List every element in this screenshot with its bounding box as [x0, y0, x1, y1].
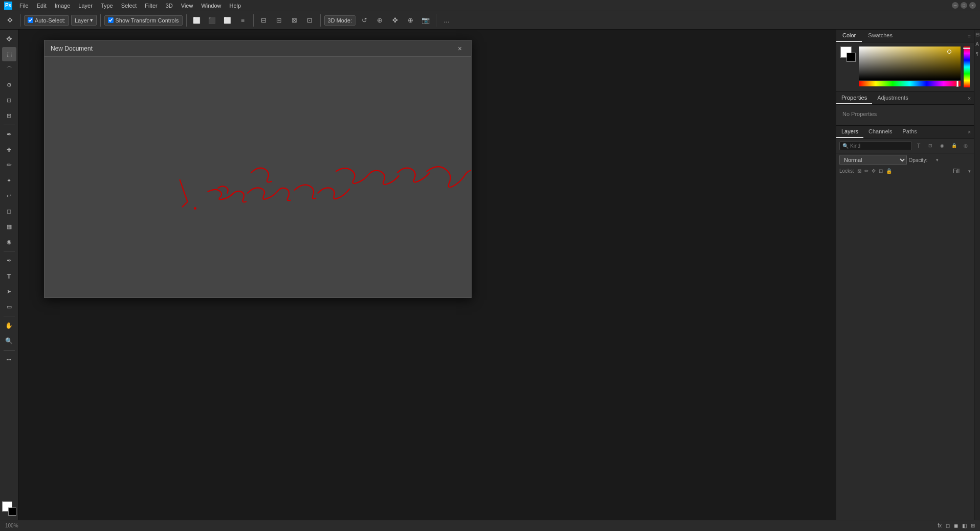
layers-filter-icon4[interactable]: 🔒 [949, 141, 959, 151]
3d-rotate-icon[interactable]: ↺ [358, 14, 371, 27]
fill-dropdown-icon[interactable]: ▾ [968, 169, 971, 174]
more-tools-button[interactable]: ••• [2, 353, 16, 367]
tab-color[interactable]: Color [836, 30, 862, 42]
auto-select-checkbox[interactable]: Auto-Select: [24, 15, 69, 26]
align-bottom-icon[interactable]: ≡ [236, 14, 250, 27]
align-center-v-icon[interactable]: ⬛ [206, 14, 219, 27]
menu-window[interactable]: Window [197, 2, 225, 10]
menu-3d[interactable]: 3D [162, 2, 177, 10]
tab-paths[interactable]: Paths [898, 126, 922, 138]
distribute-v-icon[interactable]: ⊞ [273, 14, 286, 27]
3d-orbit-icon[interactable]: ✤ [388, 14, 402, 27]
close-button[interactable]: × [969, 2, 976, 9]
hue-bar[interactable] [859, 81, 961, 86]
panel-icon-char[interactable]: ¶ [976, 51, 978, 56]
distribute-icon4[interactable]: ⊡ [303, 14, 317, 27]
3d-camera-icon[interactable]: 📷 [419, 14, 432, 27]
tab-adjustments[interactable]: Adjustments [872, 92, 914, 104]
healing-tool[interactable]: ✚ [2, 143, 16, 157]
auto-select-input[interactable] [28, 17, 33, 23]
minimize-button[interactable]: ─ [952, 2, 959, 9]
lasso-tool[interactable]: ⌒ [2, 62, 16, 77]
layers-filter-toggle[interactable]: ◎ [961, 141, 971, 151]
status-fx-button[interactable]: fx [938, 523, 942, 528]
panel-icon-color[interactable]: ⊟ [975, 32, 979, 37]
dodge-tool[interactable]: ◉ [2, 235, 16, 249]
eyedropper-tool[interactable]: ✒ [2, 127, 16, 142]
align-left-icon[interactable]: ⬜ [190, 14, 204, 27]
show-transform-checkbox[interactable]: Show Transform Controls [104, 15, 182, 26]
clone-tool[interactable]: ✦ [2, 173, 16, 188]
lock-image-icon[interactable]: ✏ [864, 168, 868, 174]
status-icon4[interactable]: ⊞ [971, 523, 975, 528]
gradient-box[interactable] [859, 47, 961, 80]
layers-filter-icon3[interactable]: ◉ [937, 141, 947, 151]
distribute-h-icon[interactable]: ⊟ [257, 14, 271, 27]
marquee-tool[interactable]: ⬚ [2, 47, 16, 61]
perspective-tool[interactable]: ⊞ [2, 108, 16, 123]
blend-mode-select[interactable]: Normal Dissolve Multiply Screen Overlay [839, 155, 907, 165]
quick-select-tool[interactable]: ⚙ [2, 78, 16, 92]
text-tool[interactable]: T [2, 269, 16, 283]
menu-layer[interactable]: Layer [74, 2, 97, 10]
align-right-icon[interactable]: ⬜ [221, 14, 234, 27]
lock-artboard-icon[interactable]: ⊡ [879, 168, 883, 174]
3d-move-icon[interactable]: ⊕ [404, 14, 417, 27]
menu-filter[interactable]: Filter [141, 2, 161, 10]
panel-icon-text[interactable]: A [975, 41, 979, 47]
panel-collapse-icon[interactable]: ≡ [968, 33, 971, 39]
3d-pan-icon[interactable]: ⊕ [373, 14, 386, 27]
brush-tool[interactable]: ✏ [2, 158, 16, 172]
lock-position-icon[interactable]: ✥ [872, 168, 876, 174]
menu-select[interactable]: Select [117, 2, 141, 10]
shape-tool[interactable]: ▭ [2, 299, 16, 314]
tab-layers[interactable]: Layers [836, 126, 863, 138]
hue-cursor[interactable] [956, 81, 959, 87]
menu-image[interactable]: Image [51, 2, 75, 10]
layer-dropdown[interactable]: Layer ▾ [71, 15, 97, 26]
menu-view[interactable]: View [177, 2, 197, 10]
crop-tool[interactable]: ⊡ [2, 93, 16, 107]
zoom-tool[interactable]: 🔍 [2, 334, 16, 348]
status-icon2[interactable]: ◼ [954, 523, 958, 528]
opacity-slider[interactable]: ▾ [936, 157, 939, 163]
menu-help[interactable]: Help [226, 2, 246, 10]
restore-button[interactable]: □ [961, 2, 967, 9]
hand-tool[interactable]: ✋ [2, 318, 16, 333]
distribute-icon3[interactable]: ⊠ [288, 14, 301, 27]
properties-panel-close[interactable]: × [968, 92, 974, 104]
color-fg-bg[interactable] [2, 501, 16, 516]
path-select-tool[interactable]: ➤ [2, 284, 16, 298]
dialog-close-button[interactable]: × [455, 43, 465, 54]
pen-tool[interactable]: ✒ [2, 253, 16, 268]
tab-properties[interactable]: Properties [836, 92, 872, 104]
menu-edit[interactable]: Edit [33, 2, 51, 10]
menu-type[interactable]: Type [97, 2, 117, 10]
move-tool-option[interactable]: ✥ [3, 14, 16, 27]
color-gradient-picker[interactable] [859, 47, 961, 87]
dialog-title: New Document [51, 45, 93, 52]
layers-search-input[interactable] [850, 143, 909, 149]
history-brush-tool[interactable]: ↩ [2, 189, 16, 203]
transform-input[interactable] [108, 17, 114, 23]
tab-swatches[interactable]: Swatches [862, 30, 899, 42]
layers-filter-type-icon[interactable]: T [914, 141, 924, 151]
gradient-cursor[interactable] [947, 50, 951, 54]
move-tool[interactable]: ✥ [2, 32, 16, 46]
layers-search-box[interactable]: 🔍 [839, 142, 912, 150]
vertical-hue-bar[interactable] [964, 47, 970, 87]
background-swatch[interactable] [847, 53, 856, 62]
background-color[interactable] [8, 507, 16, 516]
status-icon1[interactable]: ◻ [946, 523, 950, 528]
layers-panel-close[interactable]: × [968, 126, 974, 138]
tab-channels[interactable]: Channels [863, 126, 897, 138]
status-icon3[interactable]: ◧ [962, 523, 967, 528]
lock-all-icon[interactable]: 🔒 [886, 168, 892, 174]
menu-file[interactable]: File [15, 2, 33, 10]
lock-transparency-icon[interactable]: ⊠ [857, 168, 861, 174]
fg-bg-swatches[interactable] [840, 47, 856, 62]
layers-filter-icon2[interactable]: ⊡ [925, 141, 936, 151]
gradient-tool[interactable]: ▦ [2, 219, 16, 234]
eraser-tool[interactable]: ◻ [2, 204, 16, 218]
more-options-icon[interactable]: ... [440, 14, 453, 27]
